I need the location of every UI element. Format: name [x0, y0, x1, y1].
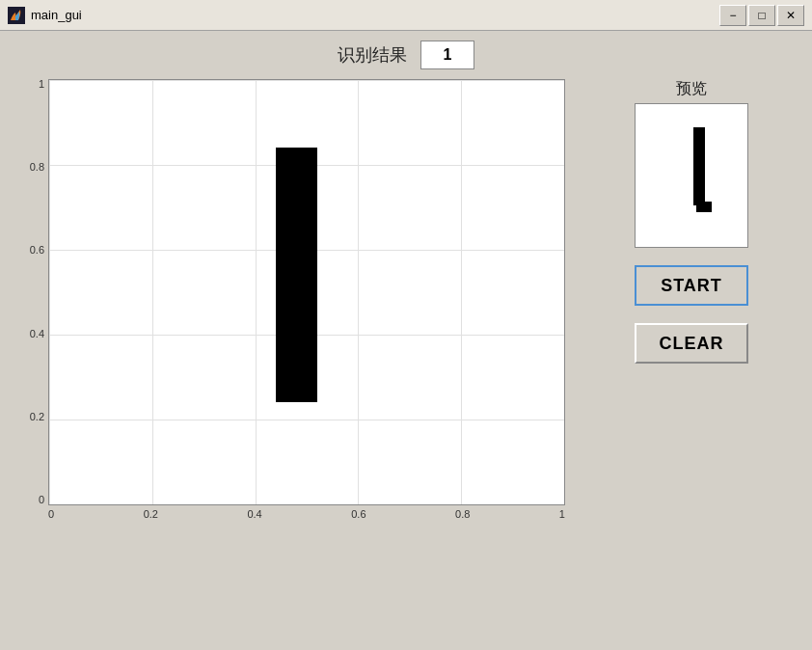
grid-v-5: [461, 80, 462, 504]
preview-shape-extra: [696, 202, 712, 213]
restore-button[interactable]: □: [748, 5, 775, 26]
close-button[interactable]: ✕: [777, 5, 804, 26]
drawn-shape: [276, 148, 317, 402]
y-label-02: 0.2: [15, 412, 48, 422]
plot-container: 1 0.8 0.6 0.4 0.2 0: [15, 79, 575, 532]
header-row: 识别结果 1: [15, 41, 797, 69]
x-label-0: 0: [48, 509, 54, 520]
app-icon: [8, 7, 25, 24]
grid-v-6: [564, 80, 565, 504]
result-label: 识别结果: [338, 43, 407, 67]
x-label-06: 0.6: [351, 509, 365, 520]
grid-h-1: [49, 80, 564, 81]
x-axis: 0 0.2 0.4 0.6 0.8 1: [48, 505, 565, 532]
window-controls: − □ ✕: [719, 5, 804, 26]
start-button[interactable]: START: [635, 265, 748, 306]
y-label-04: 0.4: [15, 329, 48, 339]
grid-v-4: [358, 80, 359, 504]
preview-shape: [693, 127, 705, 205]
grid-v-2: [152, 80, 153, 504]
y-label-0: 0: [15, 495, 48, 505]
window-title: main_gui: [31, 8, 719, 22]
y-label-1: 1: [15, 79, 48, 90]
grid-v-3: [256, 80, 257, 504]
main-content: 识别结果 1 1 0.8 0.6 0.4 0.2 0: [0, 31, 812, 650]
grid-v-1: [49, 80, 50, 504]
preview-section: 预览: [635, 79, 748, 248]
x-label-02: 0.2: [144, 509, 158, 520]
y-axis: 1 0.8 0.6 0.4 0.2 0: [15, 79, 48, 505]
body-row: 1 0.8 0.6 0.4 0.2 0: [15, 79, 797, 627]
right-panel: 预览 START CLEAR: [586, 79, 797, 627]
preview-box: [635, 103, 748, 248]
minimize-button[interactable]: −: [719, 5, 746, 26]
grid-h-5: [49, 420, 564, 420]
plot-area[interactable]: [48, 79, 565, 505]
y-label-06: 0.6: [15, 245, 48, 256]
x-label-1: 1: [559, 509, 565, 520]
preview-label: 预览: [635, 79, 748, 99]
clear-button[interactable]: CLEAR: [635, 323, 748, 364]
result-value: 1: [444, 46, 452, 64]
result-value-box: 1: [420, 41, 474, 69]
x-label-04: 0.4: [247, 509, 261, 520]
y-label-08: 0.8: [15, 162, 48, 173]
title-bar: main_gui − □ ✕: [0, 0, 812, 31]
x-label-08: 0.8: [455, 509, 470, 520]
